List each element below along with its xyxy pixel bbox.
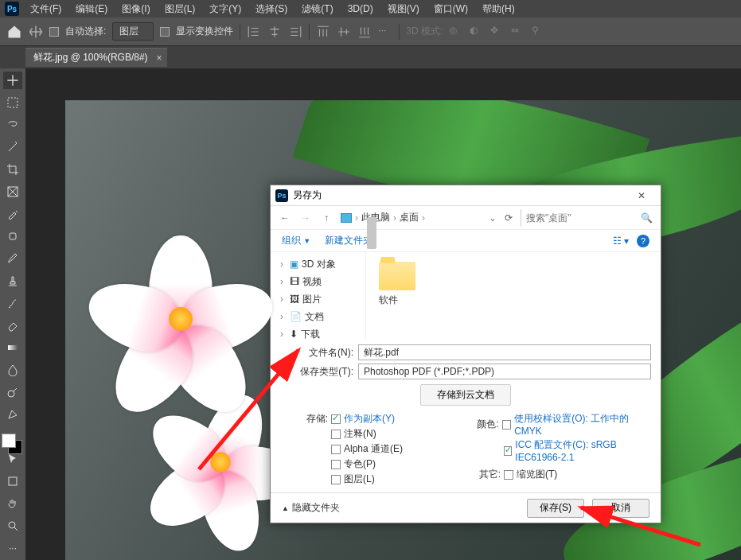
file-list[interactable]: 软件 xyxy=(366,252,661,340)
zoom-tool[interactable] xyxy=(3,517,22,535)
filetype-dropdown[interactable] xyxy=(358,364,651,379)
gradient-tool[interactable] xyxy=(3,339,22,356)
folder-item[interactable]: 软件 xyxy=(379,262,427,307)
menu-image[interactable]: 图像(I) xyxy=(115,1,156,18)
document-tab[interactable]: 鲜花.jpg @ 100%(RGB/8#) × xyxy=(25,48,167,67)
up-icon[interactable]: ↑ xyxy=(320,212,333,224)
icc-checkbox[interactable] xyxy=(504,446,512,456)
back-icon[interactable]: ← xyxy=(279,212,291,224)
align-top-icon[interactable] xyxy=(316,25,330,39)
svg-rect-3 xyxy=(8,345,18,350)
folder-icon xyxy=(379,262,415,290)
auto-select-dropdown[interactable]: 图层 xyxy=(112,22,154,41)
thispc-icon xyxy=(341,213,352,223)
crop-tool[interactable] xyxy=(3,161,22,178)
auto-select-checkbox[interactable] xyxy=(49,27,59,37)
save-to-cloud-button[interactable]: 存储到云文档 xyxy=(420,384,511,406)
3d-pan-icon[interactable]: ✥ xyxy=(490,25,505,39)
wand-tool[interactable] xyxy=(3,138,22,156)
menu-type[interactable]: 文字(Y) xyxy=(203,1,248,18)
3d-orbit-icon[interactable]: ◎ xyxy=(449,25,463,39)
dialog-footer: ▲隐藏文件夹 保存(S) 取消 xyxy=(271,492,661,523)
menu-edit[interactable]: 编辑(E) xyxy=(69,1,114,18)
close-icon[interactable]: ✕ xyxy=(627,190,656,201)
cancel-button[interactable]: 取消 xyxy=(592,499,649,518)
align-vcenter-icon[interactable] xyxy=(337,25,351,39)
divider xyxy=(399,24,400,40)
menu-layer[interactable]: 图层(L) xyxy=(158,1,202,18)
menu-select[interactable]: 选择(S) xyxy=(249,1,294,18)
stamp-tool[interactable] xyxy=(3,272,22,290)
pen-tool[interactable] xyxy=(3,406,22,423)
show-transform-checkbox[interactable] xyxy=(160,27,170,37)
breadcrumb[interactable]: › 此电脑 › 桌面 › xyxy=(341,211,425,224)
save-button[interactable]: 保存(S) xyxy=(527,499,584,518)
tree-scrollbar[interactable] xyxy=(367,217,376,249)
tree-documents[interactable]: ›📄文档 xyxy=(271,308,365,325)
frame-tool[interactable] xyxy=(3,183,22,200)
3d-slide-icon[interactable]: ⇔ xyxy=(511,25,525,39)
hide-folders-toggle[interactable]: ▲隐藏文件夹 xyxy=(282,501,340,515)
align-right-icon[interactable] xyxy=(288,25,302,39)
align-bottom-icon[interactable] xyxy=(357,25,372,39)
align-left-icon[interactable] xyxy=(247,25,261,39)
menu-view[interactable]: 视图(V) xyxy=(381,1,426,18)
auto-select-label: 自动选择: xyxy=(65,25,106,38)
organize-dropdown[interactable]: 组织 ▼ xyxy=(282,234,310,247)
search-icon[interactable]: 🔍 xyxy=(640,212,653,224)
divider xyxy=(309,24,310,40)
align-hcenter-icon[interactable] xyxy=(267,25,282,39)
dodge-tool[interactable] xyxy=(3,383,22,401)
3d-roll-icon[interactable]: ◐ xyxy=(470,25,484,39)
new-folder-button[interactable]: 新建文件夹 xyxy=(325,234,372,247)
forward-icon[interactable]: → xyxy=(299,212,312,224)
tree-videos[interactable]: ›🎞视频 xyxy=(271,273,365,290)
close-icon[interactable]: × xyxy=(157,52,162,64)
other-label: 其它: xyxy=(469,468,501,481)
folder-tree[interactable]: ›▣3D 对象 ›🎞视频 ›🖼图片 ›📄文档 ›⬇下载 ›🎵音乐 ›👆桌面 xyxy=(271,252,366,340)
menu-filter[interactable]: 滤镜(T) xyxy=(295,1,339,18)
history-brush-tool[interactable] xyxy=(3,294,22,312)
menu-file[interactable]: 文件(F) xyxy=(24,1,68,18)
menu-help[interactable]: 帮助(H) xyxy=(476,1,521,18)
lasso-tool[interactable] xyxy=(3,116,22,134)
tree-3dobjects[interactable]: ›▣3D 对象 xyxy=(271,255,365,273)
menu-3d[interactable]: 3D(D) xyxy=(341,2,380,16)
move-tool[interactable] xyxy=(3,72,22,89)
blur-tool[interactable] xyxy=(3,361,22,379)
breadcrumb-dropdown-icon[interactable]: ⌄ xyxy=(489,212,497,224)
filename-input[interactable] xyxy=(358,344,651,360)
fg-color[interactable] xyxy=(2,434,16,448)
notes-checkbox[interactable] xyxy=(331,430,341,439)
shape-tool[interactable] xyxy=(3,472,22,490)
more-tools[interactable]: ··· xyxy=(3,539,22,557)
search-input[interactable] xyxy=(521,209,632,227)
view-options-icon[interactable]: ☷ ▾ xyxy=(613,235,629,247)
brush-tool[interactable] xyxy=(3,250,22,267)
tree-downloads[interactable]: ›⬇下载 xyxy=(271,325,365,340)
svg-point-7 xyxy=(9,522,15,528)
dialog-titlebar: Ps 另存为 ✕ xyxy=(271,185,661,206)
heal-tool[interactable] xyxy=(3,228,22,245)
spot-checkbox[interactable] xyxy=(331,460,341,469)
as-copy-checkbox[interactable] xyxy=(331,414,341,424)
3d-zoom-icon[interactable]: ⚲ xyxy=(532,25,546,39)
help-icon[interactable]: ? xyxy=(637,235,649,247)
breadcrumb-current[interactable]: 桌面 xyxy=(400,211,419,224)
color-swatches[interactable] xyxy=(2,434,24,454)
hand-tool[interactable] xyxy=(3,495,22,512)
alpha-checkbox[interactable] xyxy=(331,445,341,454)
menu-window[interactable]: 窗口(W) xyxy=(427,1,474,18)
proof-checkbox[interactable] xyxy=(502,420,511,430)
dialog-toolbar: 组织 ▼ 新建文件夹 ☷ ▾ ? xyxy=(271,230,661,252)
tree-pictures[interactable]: ›🖼图片 xyxy=(271,290,365,308)
thumb-checkbox[interactable] xyxy=(504,470,513,480)
home-icon[interactable] xyxy=(6,24,22,40)
layers-checkbox[interactable] xyxy=(331,475,341,484)
more-align-icon[interactable]: ··· xyxy=(378,25,392,39)
marquee-tool[interactable] xyxy=(3,94,22,111)
divider xyxy=(240,24,240,40)
eraser-tool[interactable] xyxy=(3,317,22,334)
eyedropper-tool[interactable] xyxy=(3,205,22,223)
refresh-icon[interactable]: ⟳ xyxy=(505,212,513,224)
